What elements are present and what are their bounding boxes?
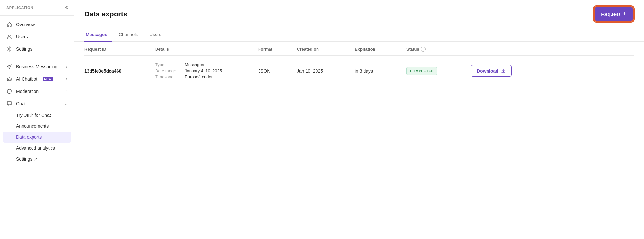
user-icon <box>6 34 12 40</box>
main-content: Data exports Request + Messages Channels… <box>74 0 644 239</box>
sidebar-item-moderation[interactable]: Moderation › <box>0 85 74 97</box>
sidebar-item-advanced-analytics-label: Advanced analytics <box>16 145 55 151</box>
sidebar-header: APPLICATION <box>0 0 74 16</box>
tab-channels[interactable]: Channels <box>118 29 143 42</box>
sidebar-item-chat[interactable]: Chat ⌄ <box>0 97 74 110</box>
sidebar-nav: Overview Users Settings <box>0 16 74 239</box>
bot-icon <box>6 76 12 82</box>
type-value: Messages <box>185 62 204 67</box>
page-title: Data exports <box>84 10 127 18</box>
type-label: Type <box>155 62 181 67</box>
svg-rect-2 <box>7 78 11 81</box>
request-id-cell: 13d5fe3e5dca460 <box>84 68 155 74</box>
tabs: Messages Channels Users <box>74 24 644 42</box>
table-content: Request ID Details Format Created on Exp… <box>74 42 644 239</box>
sidebar-item-business-messaging-label: Business Messaging <box>16 64 57 69</box>
type-detail: Type Messages <box>155 62 258 67</box>
svg-point-0 <box>8 35 10 37</box>
sidebar-item-try-uikit-label: Try UIKit for Chat <box>16 113 51 118</box>
sidebar-item-business-messaging[interactable]: Business Messaging › <box>0 61 74 73</box>
request-button-label: Request <box>601 11 620 17</box>
sidebar-item-settings-chat-label: Settings ↗ <box>16 156 37 162</box>
svg-point-1 <box>9 48 10 50</box>
home-icon <box>6 22 12 27</box>
timezone-value: Europe/London <box>185 75 213 79</box>
sidebar-collapse-button[interactable] <box>63 5 69 10</box>
date-range-value: January 4–10, 2025 <box>185 68 222 73</box>
new-badge: NEW <box>43 77 53 81</box>
col-format: Format <box>258 47 297 52</box>
created-on-cell: Jan 10, 2025 <box>297 68 355 74</box>
col-status: Status i <box>406 47 471 52</box>
svg-point-5 <box>10 79 11 80</box>
sidebar-item-data-exports[interactable]: Data exports <box>3 132 71 143</box>
col-created-on: Created on <box>297 47 355 52</box>
shield-icon <box>6 88 12 94</box>
sidebar-item-settings-chat[interactable]: Settings ↗ <box>0 154 74 164</box>
sidebar-item-settings-label: Settings <box>16 46 33 52</box>
tab-messages[interactable]: Messages <box>84 29 112 42</box>
sidebar-item-overview-label: Overview <box>16 22 35 27</box>
download-label: Download <box>477 68 498 74</box>
svg-point-3 <box>9 77 10 77</box>
col-expiration: Expiration <box>355 47 406 52</box>
sidebar-item-overview[interactable]: Overview <box>0 18 74 31</box>
plus-icon: + <box>623 11 626 17</box>
sidebar-item-announcements[interactable]: Announcements <box>0 121 74 132</box>
download-button[interactable]: Download <box>471 65 512 77</box>
sidebar-item-announcements-label: Announcements <box>16 124 49 129</box>
format-cell: JSON <box>258 68 297 74</box>
sidebar-item-moderation-label: Moderation <box>16 89 39 94</box>
sidebar-item-try-uikit[interactable]: Try UIKit for Chat <box>0 110 74 121</box>
sidebar-item-users[interactable]: Users <box>0 31 74 43</box>
timezone-detail: Timezone Europe/London <box>155 75 258 79</box>
details-cell: Type Messages Date range January 4–10, 2… <box>155 62 258 79</box>
chevron-right-icon-2: › <box>66 77 67 81</box>
status-cell: COMPLETED <box>406 67 471 75</box>
tab-users[interactable]: Users <box>148 29 166 42</box>
sidebar-item-ai-chatbot-label: AI Chatbot <box>16 76 37 82</box>
expiration-cell: in 3 days <box>355 68 406 74</box>
col-request-id: Request ID <box>84 47 155 52</box>
col-details: Details <box>155 47 258 52</box>
request-button[interactable]: Request + <box>594 6 634 22</box>
sidebar-item-advanced-analytics[interactable]: Advanced analytics <box>0 143 74 154</box>
chevron-right-icon: › <box>66 65 67 69</box>
actions-cell: Download <box>471 65 634 77</box>
sidebar-item-settings[interactable]: Settings <box>0 43 74 55</box>
col-actions <box>471 47 634 52</box>
date-range-detail: Date range January 4–10, 2025 <box>155 68 258 73</box>
main-header: Data exports Request + <box>74 0 644 22</box>
sidebar-item-users-label: Users <box>16 34 28 39</box>
status-info-icon: i <box>421 47 426 52</box>
table-row: 13d5fe3e5dca460 Type Messages Date range… <box>84 56 634 86</box>
chevron-right-icon-3: › <box>66 89 67 94</box>
table-header: Request ID Details Format Created on Exp… <box>84 42 634 56</box>
sidebar-item-ai-chatbot[interactable]: AI Chatbot NEW › <box>0 73 74 85</box>
download-icon <box>501 69 506 73</box>
gear-icon <box>6 46 12 52</box>
sidebar-item-chat-label: Chat <box>16 101 26 106</box>
application-label: APPLICATION <box>6 6 33 10</box>
send-icon <box>6 64 12 70</box>
timezone-label: Timezone <box>155 75 181 79</box>
sidebar: APPLICATION Overview <box>0 0 74 239</box>
svg-point-4 <box>8 79 9 80</box>
sidebar-item-data-exports-label: Data exports <box>16 134 42 140</box>
chevron-down-icon: ⌄ <box>64 101 67 106</box>
date-range-label: Date range <box>155 68 181 73</box>
status-badge: COMPLETED <box>406 67 437 75</box>
chat-icon <box>6 101 12 106</box>
